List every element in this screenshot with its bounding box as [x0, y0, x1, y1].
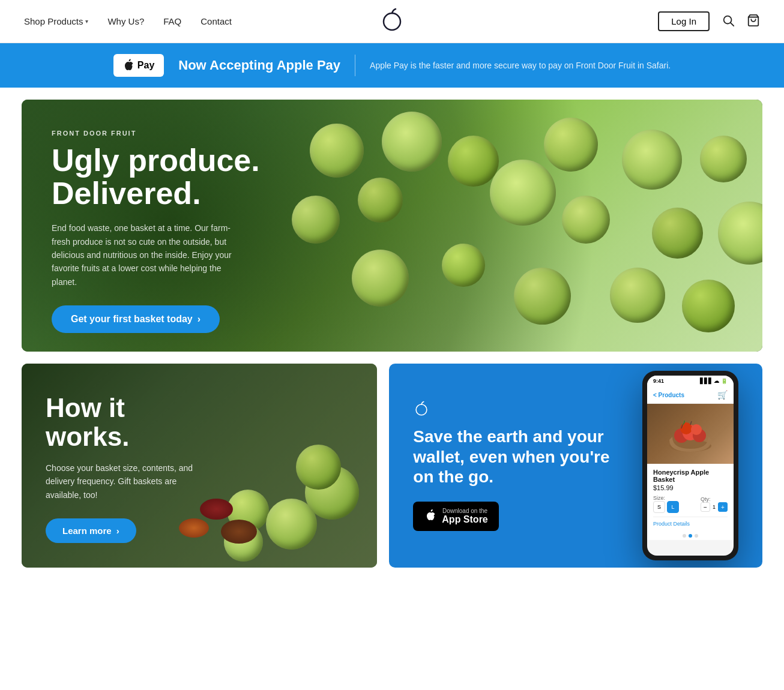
app-logo-icon: [413, 400, 430, 417]
site-logo[interactable]: [379, 7, 405, 36]
phone-size-buttons: S L: [653, 501, 679, 513]
nav-contact[interactable]: Contact: [201, 16, 232, 26]
phone-screen: 9:41 ▋▋▋ ☁ 🔋 < Products 🛒: [647, 376, 734, 556]
search-icon[interactable]: [722, 14, 735, 29]
nav-right: Log In: [658, 11, 760, 31]
nav-shop-products[interactable]: Shop Products ▾: [24, 16, 88, 26]
phone-nav-bar: < Products 🛒: [647, 386, 734, 404]
phone-size-s[interactable]: S: [653, 501, 665, 513]
nav-why-us[interactable]: Why Us?: [107, 16, 144, 26]
apple-store-icon: [424, 509, 436, 523]
how-it-works-title: How itworks.: [46, 394, 353, 452]
phone-dot-1: [683, 534, 686, 538]
phone-size-l[interactable]: L: [667, 501, 679, 513]
apple-pay-logo: Pay: [113, 54, 164, 77]
apple-basket-illustration: [663, 413, 717, 455]
apple-icon: [123, 59, 134, 72]
app-content: Save the earth and your wallet, even whe…: [413, 400, 624, 531]
nav-left: Shop Products ▾ Why Us? FAQ Contact: [24, 16, 232, 26]
phone-qty-plus[interactable]: +: [718, 502, 728, 512]
hero-title: Ugly produce.Delivered.: [52, 144, 262, 209]
apple-pay-divider: [355, 55, 355, 76]
apple-pay-badge-text: Pay: [137, 60, 154, 71]
app-section: Save the earth and your wallet, even whe…: [389, 364, 762, 568]
how-it-works-description: Choose your basket size, contents, and d…: [46, 461, 202, 502]
phone-product-image: [647, 404, 734, 464]
svg-point-4: [416, 404, 427, 415]
svg-point-11: [691, 424, 702, 435]
apple-pay-banner: Pay Now Accepting Apple Pay Apple Pay is…: [0, 43, 784, 88]
bottom-row: How itworks. Choose your basket size, co…: [22, 364, 762, 568]
phone-cart-icon[interactable]: 🛒: [717, 390, 728, 400]
how-it-works-content: How itworks. Choose your basket size, co…: [22, 364, 377, 568]
app-logo-area: [413, 400, 624, 419]
svg-point-0: [384, 13, 400, 30]
phone-carousel-dots: [647, 532, 734, 540]
navbar: Shop Products ▾ Why Us? FAQ Contact Log …: [0, 0, 784, 43]
apple-pay-title: Now Accepting Apple Pay: [178, 58, 340, 73]
svg-line-13: [690, 421, 692, 425]
app-title: Save the earth and your wallet, even whe…: [413, 427, 624, 487]
chevron-down-icon: ▾: [85, 18, 88, 25]
how-it-works-section: How itworks. Choose your basket size, co…: [22, 364, 377, 568]
phone-back-button[interactable]: < Products: [653, 392, 684, 398]
phone-status-bar: 9:41 ▋▋▋ ☁ 🔋: [647, 376, 734, 386]
phone-dot-2: [689, 534, 692, 538]
hero-cta-button[interactable]: Get your first basket today ›: [52, 305, 220, 333]
nav-faq[interactable]: FAQ: [163, 16, 181, 26]
apple-pay-description: Apple Pay is the faster and more secure …: [370, 61, 671, 70]
hero-description: End food waste, one basket at a time. Ou…: [52, 221, 244, 289]
app-store-text: Download on the App Store: [442, 508, 487, 525]
hero-section: .fc { position:absolute; border-radius:5…: [22, 100, 762, 352]
login-button[interactable]: Log In: [658, 11, 710, 31]
phone-product-details-link[interactable]: Product Details: [653, 517, 728, 527]
phone-mockup: 9:41 ▋▋▋ ☁ 🔋 < Products 🛒: [642, 371, 738, 560]
svg-line-2: [731, 23, 734, 26]
phone-dot-3: [695, 534, 698, 538]
hero-subtitle: FRONT DOOR FRUIT: [52, 130, 262, 137]
cart-icon[interactable]: [747, 14, 760, 29]
hero-content: FRONT DOOR FRUIT Ugly produce.Delivered.…: [22, 100, 292, 352]
phone-size-qty-row: Size: S L Qty: − 1 +: [653, 495, 728, 513]
phone-qty-minus[interactable]: −: [701, 502, 710, 512]
phone-product-info: Honeycrisp Apple Basket $15.99 Size: S L…: [647, 464, 734, 532]
how-it-works-cta-button[interactable]: Learn more ›: [46, 518, 136, 543]
phone-quantity-control: − 1 +: [701, 502, 728, 512]
app-store-button[interactable]: Download on the App Store: [413, 502, 498, 531]
